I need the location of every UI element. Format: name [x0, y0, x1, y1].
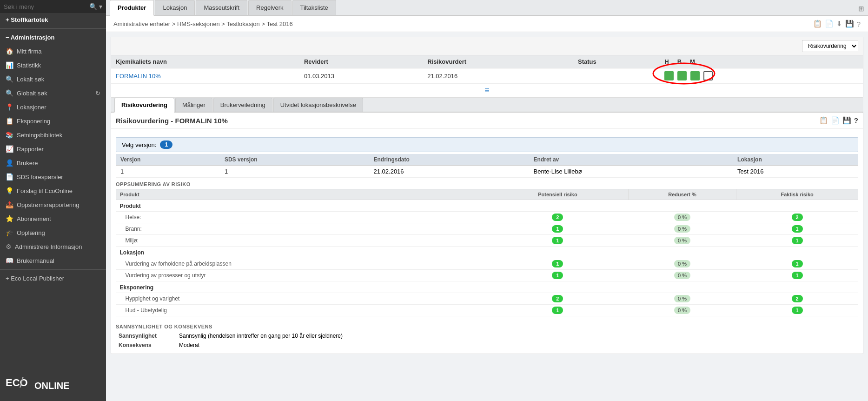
sidebar-item-abonnement[interactable]: ⭐ Abonnement — [0, 212, 106, 226]
col-risikovurdert: Risikovurdert — [423, 55, 573, 68]
risk-save-icon[interactable]: 💾 — [842, 116, 851, 125]
b-badge[interactable] — [677, 71, 687, 80]
sidebar-item-administrere[interactable]: ⚙ Administrere Informasjon — [0, 240, 106, 254]
summary-item-row: Vurdering av forholdene på arbeidsplasse… — [116, 258, 858, 270]
breadcrumb: Aministrative enheter > HMS-seksjonen > … — [106, 16, 868, 32]
sannsynlighet-header: SANNSYNLIGHET OG KONSEKVENS — [116, 320, 858, 331]
summary-item-row: Brann:10 %1 — [116, 223, 858, 235]
sidebar-item-forslag[interactable]: 💡 Forslag til EcoOnline — [0, 184, 106, 198]
sannsynlighet-table: SannsynlighetSannsynlig (hendelsen inntr… — [116, 331, 858, 350]
sidebar-item-mitt-firma[interactable]: 🏠 Mitt firma — [0, 44, 106, 58]
sidebar-item-opplaring[interactable]: 🎓 Opplæring — [0, 226, 106, 240]
search-local-icon: 🔍 — [6, 75, 13, 83]
sidebar-item-brukere[interactable]: 👤 Brukere — [0, 156, 106, 170]
star-icon: ⭐ — [6, 215, 13, 222]
sidebar-item-sds[interactable]: 📄 SDS forespørsler — [0, 170, 106, 184]
vcol-versjon: Versjon — [116, 154, 220, 166]
inner-tab-risikovurdering[interactable]: Risikovurdering — [114, 98, 174, 113]
version-selector: Velg versjon: 1 — [116, 137, 858, 152]
help-icon[interactable]: ? — [857, 20, 861, 28]
risk-title-row: Risikovurdering - FORMALIN 10% 📋 📄 💾 ? — [111, 113, 863, 129]
upstream-icon: 📤 — [6, 201, 13, 208]
h-badge[interactable] — [664, 71, 674, 80]
tab-tiltaksliste[interactable]: Tiltaksliste — [292, 0, 336, 15]
version-badge[interactable]: 1 — [160, 140, 172, 149]
caret-icon[interactable]: ▾ — [99, 3, 102, 10]
cell-status — [573, 68, 660, 84]
reports-icon: 📈 — [6, 145, 13, 153]
vrow-versjon: 1 — [116, 166, 220, 178]
exposure-icon: 📋 — [6, 117, 13, 125]
breadcrumb-text: Aministrative enheter > HMS-seksjonen > … — [113, 20, 293, 27]
chart-icon: 📊 — [6, 61, 13, 69]
inner-tabs: Risikovurdering Målinger Brukerveilednin… — [111, 98, 863, 113]
col-m: M — [690, 58, 695, 65]
risk-pdf-icon[interactable]: 📄 — [831, 116, 840, 125]
inner-tab-brukerveiledning[interactable]: Brukerveiledning — [213, 98, 272, 112]
scol-faktisk: Faktisk risiko — [736, 189, 858, 200]
gear-icon: ⚙ — [6, 243, 12, 250]
sidebar-item-lokalt-sok[interactable]: 🔍 Lokalt søk — [0, 72, 106, 86]
view-dropdown[interactable]: Risikovurdering — [802, 40, 858, 52]
summary-item-row: Helse:20 %2 — [116, 212, 858, 223]
clipboard-icon[interactable]: 📋 — [813, 20, 822, 28]
eco-text: ECO — [6, 377, 28, 389]
sidebar-item-lokasjoner[interactable]: 📍 Lokasjoner — [0, 100, 106, 114]
expand-icon[interactable]: ⊞ — [858, 5, 864, 13]
users-icon: 👤 — [6, 159, 13, 167]
sidebar-divider-2 — [0, 269, 106, 270]
tab-regelverk[interactable]: Regelverk — [248, 0, 292, 15]
sidebar-item-statistikk[interactable]: 📊 Statistikk — [0, 58, 106, 72]
summary-header: OPPSUMMERING AV RISIKO — [116, 178, 858, 189]
formalin-link[interactable]: FORMALIN 10% — [116, 73, 161, 80]
administrasjon-header[interactable]: − Administrasjon — [0, 31, 106, 44]
vcol-endringsdato: Endringsdato — [369, 154, 529, 166]
vrow-endret-av: Bente-Lise Lillebø — [529, 166, 733, 178]
search-input[interactable] — [4, 3, 87, 10]
sidebar-item-eksponering[interactable]: 📋 Eksponering — [0, 114, 106, 128]
risk-help-icon[interactable]: ? — [854, 116, 858, 125]
save-icon[interactable]: 💾 — [845, 20, 854, 28]
search-bar: 🔍 ▾ — [0, 0, 106, 13]
top-tabs: Produkter Lokasjon Masseutskrift Regelve… — [106, 0, 868, 16]
tab-masseutskrift[interactable]: Masseutskrift — [196, 0, 247, 15]
manual-icon: 📖 — [6, 257, 13, 264]
summary-table: Produkt Potensiell risiko Redusert % Fak… — [116, 189, 858, 316]
table-row: FORMALIN 10% 01.03.2013 21.02.2016 — [111, 68, 863, 84]
top-tab-actions: ⊞ — [855, 3, 868, 15]
version-row: 1 1 21.02.2016 Bente-Lise Lillebø Test 2… — [116, 166, 858, 178]
vrow-lokasjon: Test 2016 — [733, 166, 858, 178]
m-badge[interactable] — [690, 71, 700, 80]
summary-item-row: Vurdering av prosesser og utstyr10 %1 — [116, 270, 858, 281]
summary-item-row: Miljø:10 %1 — [116, 235, 858, 247]
tab-produkter[interactable]: Produkter — [110, 0, 154, 16]
summary-category-row: Produkt — [116, 200, 858, 212]
sannsynlighet-row: KonsekvensModerat — [116, 341, 858, 350]
sidebar-item-rapporter[interactable]: 📈 Rapporter — [0, 142, 106, 156]
sidebar-item-globalt-sok[interactable]: 🔍 Globalt søk ↻ — [0, 86, 106, 100]
col-name: Kjemikaliets navn — [111, 55, 299, 68]
breadcrumb-actions: 📋 📄 ⬇ 💾 ? — [813, 20, 861, 28]
eco-local-publisher[interactable]: + Eco Local Publisher — [0, 272, 106, 285]
suggestion-icon: 💡 — [6, 187, 13, 194]
download-icon[interactable]: ⬇ — [836, 20, 842, 28]
inner-tab-malinger[interactable]: Målinger — [175, 98, 212, 112]
risk-clipboard-icon[interactable]: 📋 — [819, 116, 828, 125]
add-stoffkartotek[interactable]: + Stoffkartotek — [0, 13, 106, 27]
pdf-icon[interactable]: 📄 — [825, 20, 834, 28]
row-checkbox[interactable] — [703, 71, 713, 80]
search-icon[interactable]: 🔍 — [89, 3, 97, 10]
inner-tab-utvidet[interactable]: Utvidet lokasjonsbeskrivelse — [273, 98, 363, 112]
col-revidert: Revidert — [299, 55, 423, 68]
scol-redusert: Redusert % — [628, 189, 736, 200]
summary-category-row: Lokasjon — [116, 247, 858, 258]
sidebar-item-brukermanual[interactable]: 📖 Brukermanual — [0, 254, 106, 267]
vrow-sds: 1 — [220, 166, 369, 178]
sidebar-item-oppstrom[interactable]: 📤 Oppstrømsrapportering — [0, 198, 106, 212]
refresh-icon[interactable]: ↻ — [95, 90, 100, 97]
risk-title-actions: 📋 📄 💾 ? — [819, 116, 858, 125]
sidebar-item-setningsbibliotek[interactable]: 📚 Setningsbibliotek — [0, 128, 106, 142]
col-hbm: H B M — [660, 55, 863, 68]
home-icon: 🏠 — [6, 47, 13, 55]
tab-lokasjon[interactable]: Lokasjon — [155, 0, 195, 15]
